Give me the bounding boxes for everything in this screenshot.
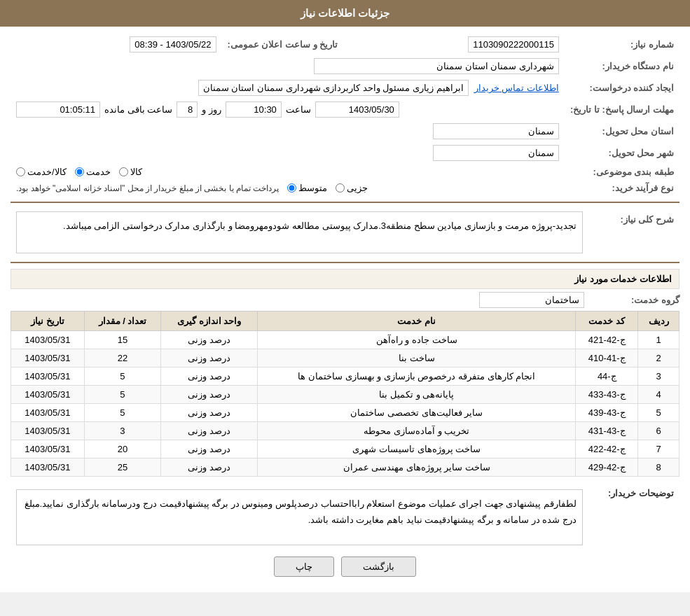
back-button[interactable]: بازگشت [341,556,416,577]
table-row: 2ج-41-410ساخت بنادرصد وزنی221403/05/31 [11,349,679,368]
services-table: ردیف کد خدمت نام خدمت واحد اندازه گیری ت… [11,311,679,477]
announce-label: تاریخ و ساعت اعلان عمومی: [222,34,344,55]
process-medium-label: متوسط [298,183,327,193]
deadline-time-label: ساعت [286,104,311,115]
table-row: 5ج-43-439سایر فعالیت‌های تخصصی ساختماندر… [11,404,679,422]
service-group-label: گروه خدمت: [588,295,679,305]
divider-2 [11,262,679,263]
table-row: 3ج-44انجام کارهای متفرقه درخصوص بازسازی … [11,368,679,386]
col-row: ردیف [638,312,679,331]
deadline-time: 10:30 [226,102,282,118]
description-label: شرح کلی نیاز: [588,209,679,256]
divider-1 [11,202,679,203]
description-value: تجدید-پروژه مرمت و بازسازی میادین سطح من… [16,211,583,253]
category-goods-radio[interactable] [119,167,128,176]
deadline-days: 8 [177,102,198,118]
print-button[interactable]: چاپ [274,556,334,577]
process-medium-option: متوسط [287,183,327,193]
process-partial-option: جزیی [336,183,368,193]
category-goods-label: کالا [130,167,142,177]
col-code: کد خدمت [576,312,638,331]
buyer-org-label: نام دستگاه خریدار: [565,55,679,77]
col-qty: تعداد / مقدار [84,312,160,331]
notes-label: توضیحات خریدار: [588,482,679,548]
process-partial-label: جزیی [347,183,368,193]
province-label: استان محل تحویل: [565,120,679,142]
city-label: شهر محل تحویل: [565,142,679,164]
category-goods-option: کالا [119,167,142,177]
deadline-days-label: روز و [202,104,221,115]
province-value: سمنان [433,123,559,139]
category-label: طبقه بندی موضوعی: [565,164,679,180]
action-buttons: بازگشت چاپ [11,556,679,577]
services-section-label: اطلاعات خدمات مورد نیاز [11,269,679,289]
page-header: جزئیات اطلاعات نیاز [0,0,690,27]
category-service-radio[interactable] [75,167,84,176]
buyer-org-value: شهرداری سمنان استان سمنان [314,58,559,74]
table-row: 4ج-43-433پایانه‌هی و تکمیل بنادرصد وزنی5… [11,386,679,404]
deadline-label: مهلت ارسال پاسخ: تا تاریخ: [565,99,679,120]
process-note-text: پرداخت تمام یا بخشی از مبلغ خریدار از مح… [16,183,279,193]
process-partial-radio[interactable] [336,183,345,192]
col-unit: واحد اندازه گیری [161,312,258,331]
table-row: 7ج-42-422ساخت پروژه‌های تاسیسات شهریدرصد… [11,440,679,458]
announce-value: 1403/05/22 - 08:39 [130,36,216,52]
category-goods-service-radio[interactable] [16,167,25,176]
contact-info-link[interactable]: اطلاعات تماس خریدار [474,83,559,93]
deadline-remaining: 01:05:11 [16,102,100,118]
deadline-remaining-label: ساعت باقی مانده [104,104,172,115]
category-service-option: خدمت [75,167,111,177]
deadline-date: 1403/05/30 [315,102,399,118]
created-by-label: ایجاد کننده درخواست: [565,77,679,99]
category-goods-service-label: کالا/خدمت [27,167,67,177]
service-group-value: ساختمان [479,292,584,308]
category-service-label: خدمت [86,167,111,177]
city-value: سمنان [433,145,559,161]
table-row: 8ج-42-429ساخت سایر پروژه‌های مهندسی عمرا… [11,458,679,477]
created-by-value: ابراهیم زیاری مسئول واحد کاربردازی شهردا… [198,80,469,96]
table-row: 6ج-43-431تخریب و آماده‌سازی محوطهدرصد وز… [11,422,679,440]
col-name: نام خدمت [258,312,576,331]
header-title: جزئیات اطلاعات نیاز [301,7,389,19]
request-number-value: 1103090222000115 [468,36,559,52]
table-row: 1ج-42-421ساخت جاده و راه‌آهندرصد وزنی151… [11,331,679,349]
process-medium-radio[interactable] [287,183,296,192]
category-goods-service-option: کالا/خدمت [16,167,67,177]
notes-value: لطفارقم پیشنهادی جهت اجرای عملیات موضوع … [16,489,583,545]
process-label: نوع فرآیند خرید: [565,180,679,196]
col-date: تاریخ نیاز [11,312,85,331]
request-number-label: شماره نیاز: [565,34,679,55]
